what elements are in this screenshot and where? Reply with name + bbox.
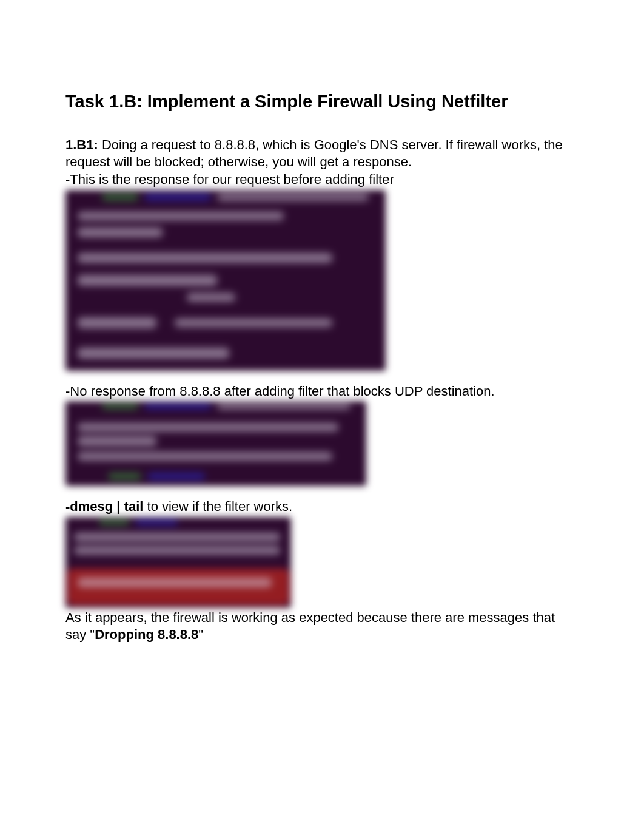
section-3-cmd: -dmesg | tail	[65, 499, 143, 514]
page-title: Task 1.B: Implement a Simple Firewall Us…	[65, 91, 579, 112]
section-1b1-note: -This is the response for our request be…	[65, 171, 579, 189]
section-3-tail: to view if the filter works.	[143, 499, 292, 514]
section-2-body: -No response from 8.8.8.8 after adding f…	[65, 383, 579, 401]
section-4: As it appears, the firewall is working a…	[65, 609, 579, 644]
section-1b1-body: Doing a request to 8.8.8.8, which is Goo…	[65, 137, 563, 170]
section-4-bold: Dropping 8.8.8.8	[95, 627, 198, 642]
section-4-post: "	[198, 627, 203, 642]
document-page: Task 1.B: Implement a Simple Firewall Us…	[0, 0, 644, 835]
section-1b1: 1.B1: Doing a request to 8.8.8.8, which …	[65, 137, 579, 171]
terminal-screenshot-dmesg	[65, 517, 291, 608]
terminal-screenshot-after-filter	[65, 401, 366, 486]
section-1b1-label: 1.B1:	[65, 137, 98, 152]
terminal-screenshot-before-filter	[65, 190, 386, 371]
section-3: -dmesg | tail to view if the filter work…	[65, 498, 579, 516]
